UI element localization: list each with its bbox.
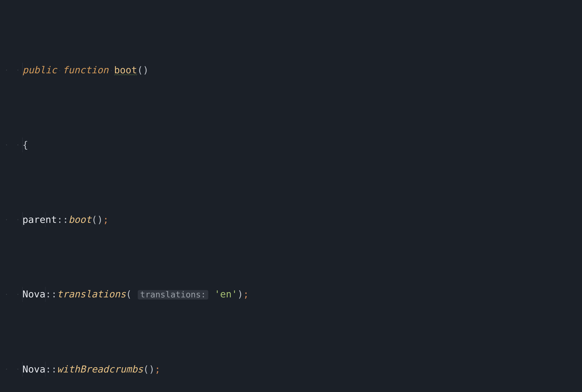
code-line: publicfunctionboot() bbox=[0, 63, 582, 78]
method-boot: boot bbox=[114, 64, 137, 76]
class-nova: Nova bbox=[23, 288, 46, 300]
keyword-public: public bbox=[23, 64, 57, 76]
code-editor[interactable]: publicfunctionboot() { parent::boot(); N… bbox=[0, 0, 582, 392]
param-hint-translations: translations: bbox=[138, 290, 208, 299]
class-nova: Nova bbox=[23, 364, 46, 375]
code-line: { bbox=[0, 138, 582, 152]
code-line: Nova::translations( translations: 'en'); bbox=[0, 287, 582, 302]
method-withBreadcrumbs: withBreadcrumbs bbox=[57, 364, 143, 375]
keyword-function: function bbox=[63, 64, 109, 76]
code-line: Nova::withBreadcrumbs(); bbox=[0, 362, 582, 376]
method-translations: translations bbox=[57, 288, 126, 300]
class-parent: parent bbox=[23, 214, 57, 225]
code-line: parent::boot(); bbox=[0, 212, 582, 227]
string-en: 'en' bbox=[214, 288, 237, 300]
method-boot-call: boot bbox=[68, 214, 91, 225]
